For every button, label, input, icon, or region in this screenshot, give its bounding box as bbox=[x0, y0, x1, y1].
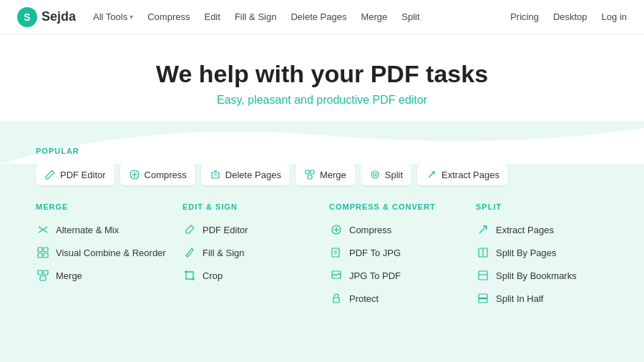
svg-rect-17 bbox=[38, 270, 42, 275]
cat-item-visual-combine[interactable]: Visual Combine & Reorder bbox=[36, 241, 168, 264]
merge-icon bbox=[304, 169, 316, 180]
svg-rect-6 bbox=[306, 170, 309, 174]
edit-icon bbox=[44, 169, 56, 180]
svg-rect-7 bbox=[311, 170, 314, 174]
nav-right: Pricing Desktop Log in bbox=[510, 11, 627, 22]
svg-rect-15 bbox=[38, 253, 42, 258]
categories-grid: MERGE Alternate & Mix Visual Combine & R… bbox=[36, 202, 608, 310]
popular-tools-row: PDF Editor Compress Delete Pages bbox=[36, 164, 608, 185]
cat-item-alternate-mix[interactable]: Alternate & Mix bbox=[36, 218, 168, 241]
cat-item-merge[interactable]: Merge bbox=[36, 264, 168, 287]
tool-chip-extract-pages[interactable]: Extract Pages bbox=[417, 164, 508, 185]
nav-delete-pages[interactable]: Delete Pages bbox=[291, 11, 346, 22]
extract-pages-icon bbox=[476, 222, 490, 237]
split-half-icon bbox=[476, 291, 490, 305]
popular-label: POPULAR bbox=[36, 147, 608, 155]
nav-main: All Tools ▾ Compress Edit Fill & Sign De… bbox=[93, 11, 510, 22]
compress-icon bbox=[129, 169, 140, 180]
svg-point-10 bbox=[374, 173, 376, 176]
tool-chip-compress[interactable]: Compress bbox=[120, 164, 195, 185]
category-edit-sign: EDIT & SIGN PDF Editor Fill & Sign bbox=[182, 202, 315, 310]
logo-icon: S bbox=[17, 7, 37, 27]
category-merge: MERGE Alternate & Mix Visual Combine & R… bbox=[36, 202, 168, 310]
nav-split[interactable]: Split bbox=[401, 11, 419, 22]
svg-rect-23 bbox=[332, 248, 339, 257]
cat-item-fill-sign[interactable]: Fill & Sign bbox=[182, 241, 315, 264]
protect-icon bbox=[329, 291, 343, 305]
category-edit-sign-title: EDIT & SIGN bbox=[182, 202, 315, 211]
category-merge-title: MERGE bbox=[36, 202, 168, 211]
category-split: SPLIT Extract Pages Split By Pages bbox=[476, 202, 608, 310]
merge-cat-icon bbox=[36, 268, 50, 283]
header: S Sejda All Tools ▾ Compress Edit Fill &… bbox=[0, 0, 644, 34]
cat-item-crop[interactable]: Crop bbox=[182, 264, 315, 287]
alternate-icon bbox=[36, 222, 50, 237]
svg-rect-27 bbox=[333, 298, 339, 303]
nav-pricing[interactable]: Pricing bbox=[510, 11, 539, 22]
category-split-title: SPLIT bbox=[476, 202, 608, 211]
svg-rect-14 bbox=[44, 248, 48, 252]
svg-rect-3 bbox=[212, 172, 219, 178]
nav-merge[interactable]: Merge bbox=[361, 11, 387, 22]
pdf-editor-icon bbox=[182, 222, 197, 237]
svg-rect-30 bbox=[479, 271, 487, 280]
extract-icon bbox=[426, 169, 437, 180]
jpg-to-pdf-icon bbox=[329, 268, 343, 283]
cat-item-protect[interactable]: Protect bbox=[329, 287, 462, 310]
nav-compress[interactable]: Compress bbox=[147, 11, 190, 22]
tool-chip-split[interactable]: Split bbox=[361, 164, 411, 185]
fill-sign-icon bbox=[182, 245, 197, 260]
nav-fill-sign[interactable]: Fill & Sign bbox=[235, 11, 277, 22]
nav-edit[interactable]: Edit bbox=[204, 11, 220, 22]
tool-chip-delete-pages[interactable]: Delete Pages bbox=[201, 164, 290, 185]
category-compress-convert: COMPRESS & CONVERT Compress PDF To JPG bbox=[329, 202, 462, 310]
delete-icon bbox=[210, 169, 221, 180]
tool-chip-pdf-editor[interactable]: PDF Editor bbox=[36, 164, 114, 185]
logo-name: Sejda bbox=[42, 9, 76, 24]
crop-icon bbox=[182, 268, 197, 283]
pdf-to-jpg-icon bbox=[329, 245, 343, 260]
chevron-down-icon: ▾ bbox=[130, 13, 133, 21]
svg-rect-8 bbox=[308, 175, 312, 179]
cat-item-pdf-editor[interactable]: PDF Editor bbox=[182, 218, 315, 241]
nav-all-tools[interactable]: All Tools ▾ bbox=[93, 11, 133, 22]
hero-section: We help with your PDF tasks Easy, pleasa… bbox=[0, 34, 644, 121]
svg-rect-18 bbox=[44, 270, 48, 275]
cat-item-compress[interactable]: Compress bbox=[329, 218, 462, 241]
split-icon bbox=[369, 169, 381, 180]
svg-point-9 bbox=[371, 171, 379, 178]
tool-chip-merge[interactable]: Merge bbox=[296, 164, 355, 185]
cat-item-split-by-pages[interactable]: Split By Pages bbox=[476, 241, 608, 264]
nav-login[interactable]: Log in bbox=[602, 11, 627, 22]
hero-title: We help with your PDF tasks bbox=[0, 60, 644, 88]
svg-rect-16 bbox=[44, 253, 48, 258]
compress-cat-icon bbox=[329, 222, 343, 237]
hero-subtitle: Easy, pleasant and productive PDF editor bbox=[0, 94, 644, 107]
visual-combine-icon bbox=[36, 245, 50, 260]
cat-item-split-by-bookmarks[interactable]: Split By Bookmarks bbox=[476, 264, 608, 287]
logo-area[interactable]: S Sejda bbox=[17, 7, 76, 27]
cat-item-jpg-to-pdf[interactable]: JPG To PDF bbox=[329, 264, 462, 287]
cat-item-pdf-to-jpg[interactable]: PDF To JPG bbox=[329, 241, 462, 264]
svg-rect-19 bbox=[40, 276, 46, 280]
cat-item-extract-pages[interactable]: Extract Pages bbox=[476, 218, 608, 241]
svg-rect-13 bbox=[38, 248, 42, 252]
category-compress-convert-title: COMPRESS & CONVERT bbox=[329, 202, 462, 211]
cat-item-split-in-half[interactable]: Split In Half bbox=[476, 287, 608, 310]
split-pages-icon bbox=[476, 245, 490, 260]
nav-desktop[interactable]: Desktop bbox=[553, 11, 587, 22]
split-bookmarks-icon bbox=[476, 268, 490, 283]
